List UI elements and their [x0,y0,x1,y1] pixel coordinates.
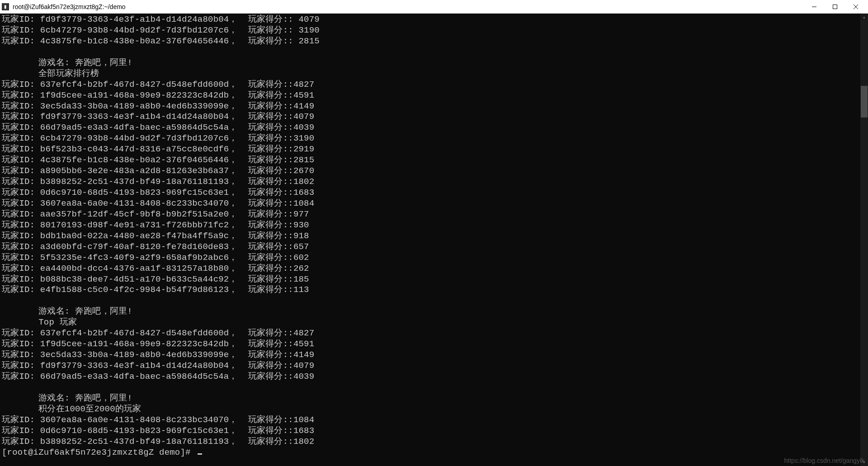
terminal-line: 积分在1000至2000的玩家 [2,404,866,415]
terminal-line: 游戏名: 奔跑吧，阿里! [2,58,866,69]
terminal-line: 玩家ID: b088bc38-dee7-4d51-a170-b633c5a44c… [2,274,866,285]
window-controls [804,0,866,14]
terminal-line: 玩家ID: e4fb1588-c5c0-4f2c-9984-b54f79d861… [2,285,866,296]
svg-rect-1 [833,5,837,9]
terminal-line: 玩家ID: aae357bf-12df-45cf-9bf8-b9b2f515a2… [2,209,866,220]
scroll-up-arrow[interactable]: ▲ [860,14,868,21]
terminal-line: 玩家ID: 6cb47279-93b8-44bd-9d2f-7d3fbd1207… [2,25,866,36]
terminal-line: 游戏名: 奔跑吧，阿里! [2,393,866,404]
terminal-line [2,296,866,306]
terminal-line: 玩家ID: fd9f3779-3363-4e3f-a1b4-d14d24a80b… [2,14,866,25]
terminal-line: 游戏名: 奔跑吧，阿里! [2,306,866,317]
terminal-line: 玩家ID: 0d6c9710-68d5-4193-b823-969fc15c63… [2,426,866,437]
close-button[interactable] [845,0,866,14]
terminal-output[interactable]: 玩家ID: fd9f3779-3363-4e3f-a1b4-d14d24a80b… [0,14,868,466]
terminal-line: 玩家ID: b3898252-2c51-437d-bf49-18a7611811… [2,437,866,447]
terminal-line: 玩家ID: 0d6c9710-68d5-4193-b823-969fc15c63… [2,188,866,198]
terminal-line: 玩家ID: 3607ea8a-6a0e-4131-8408-8c233bc340… [2,198,866,209]
terminal-line: 玩家ID: b6f523b3-c043-447d-8316-a75cc8e0cd… [2,144,866,155]
terminal-line: 玩家ID: 637efcf4-b2bf-467d-8427-d548efdd60… [2,328,866,339]
vertical-scrollbar[interactable]: ▲ ▼ [860,14,868,466]
window-title: root@iZuf6akf5n72e3jzmxzt8gZ:~/demo [13,3,804,10]
scrollbar-thumb[interactable] [861,86,868,118]
terminal-line: 玩家ID: 66d79ad5-e3a3-4dfa-baec-a59864d5c5… [2,372,866,382]
terminal-line: Top 玩家 [2,317,866,328]
watermark-text: https://blog.csdn.net/gangyik [784,457,864,464]
terminal-line: 玩家ID: 80170193-d98f-4e91-a731-f726bbb71f… [2,220,866,231]
terminal-line: 玩家ID: b3898252-2c51-437d-bf49-18a7611811… [2,177,866,188]
terminal-line: 玩家ID: 637efcf4-b2bf-467d-8427-d548efdd60… [2,80,866,90]
terminal-line: 玩家ID: 6cb47279-93b8-44bd-9d2f-7d3fbd1207… [2,133,866,144]
minimize-button[interactable] [804,0,825,14]
terminal-line: 玩家ID: bdb1ba0d-022a-4480-ae28-f47ba4ff5a… [2,231,866,242]
terminal-line: 玩家ID: 5f53235e-4fc3-40f9-a2f9-658af9b2ab… [2,253,866,264]
window-titlebar: ▮ root@iZuf6akf5n72e3jzmxzt8gZ:~/demo [0,0,868,14]
terminal-line: 玩家ID: 66d79ad5-e3a3-4dfa-baec-a59864d5c5… [2,122,866,133]
terminal-line: 玩家ID: 1f9d5cee-a191-468a-99e9-822323c842… [2,339,866,350]
terminal-line: 全部玩家排行榜 [2,69,866,80]
shell-prompt[interactable]: [root@iZuf6akf5n72e3jzmxzt8gZ demo]# [2,447,866,458]
terminal-line: 玩家ID: 4c3875fe-b1c8-438e-b0a2-376f046564… [2,36,866,47]
terminal-line [2,382,866,393]
terminal-line: 玩家ID: 4c3875fe-b1c8-438e-b0a2-376f046564… [2,155,866,166]
terminal-icon: ▮ [2,3,9,10]
terminal-line: 玩家ID: a3d60bfd-c79f-40af-8120-fe78d160de… [2,242,866,253]
maximize-button[interactable] [825,0,845,14]
terminal-line: 玩家ID: 3ec5da33-3b0a-4189-a8b0-4ed6b33909… [2,350,866,361]
terminal-line [2,47,866,58]
terminal-line: 玩家ID: fd9f3779-3363-4e3f-a1b4-d14d24a80b… [2,361,866,372]
terminal-line: 玩家ID: ea4400bd-dcc4-4376-aa1f-831257a18b… [2,264,866,274]
terminal-line: 玩家ID: a8905bb6-3e2e-483a-a2d8-81263e3b6a… [2,166,866,177]
terminal-line: 玩家ID: 3ec5da33-3b0a-4189-a8b0-4ed6b33909… [2,101,866,112]
terminal-line: 玩家ID: 3607ea8a-6a0e-4131-8408-8c233bc340… [2,415,866,426]
terminal-line: 玩家ID: 1f9d5cee-a191-468a-99e9-822323c842… [2,90,866,101]
cursor [198,453,202,455]
terminal-line: 玩家ID: fd9f3779-3363-4e3f-a1b4-d14d24a80b… [2,112,866,122]
